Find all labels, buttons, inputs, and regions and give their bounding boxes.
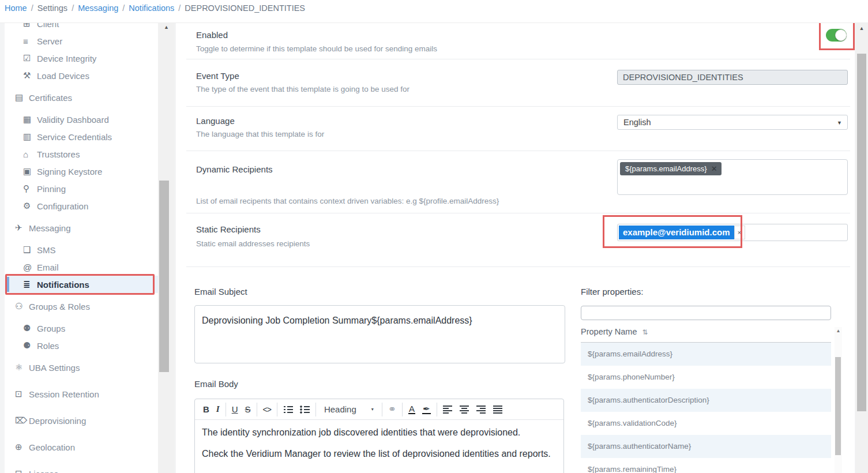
main-scrollbar[interactable]: ▲ [855,23,868,473]
sidebar-item-server[interactable]: ≡ Server [5,32,158,50]
sidebar-scrollbar-thumb[interactable] [159,181,169,372]
bullet-list-button[interactable] [300,405,310,414]
email-body-content[interactable]: The identity synchronization job discove… [195,420,563,473]
veridium-admin-page: Home / Settings / Messaging / Notificati… [0,0,868,473]
remove-chip-icon[interactable]: × [734,226,745,239]
bold-button[interactable]: B [203,404,209,414]
main-scrollbar-thumb[interactable] [857,54,866,411]
breadcrumb: Home / Settings / Messaging / Notificati… [0,0,868,23]
certificates-icon: ▤ [15,92,29,103]
sidebar-item-sms[interactable]: ❑ SMS [5,241,158,258]
sidebar-item-client[interactable]: ⊞ Client [5,23,158,32]
ordered-list-button[interactable] [283,405,293,414]
breadcrumb-link: Settings [37,3,67,13]
email-body-label: Email Body [194,379,238,389]
filter-properties-input[interactable] [581,306,831,320]
property-row[interactable]: ${params.phoneNumber} [581,366,831,389]
validity-dashboard-icon: ▦ [23,114,37,125]
email-body-paragraph: The identity synchronization job discove… [202,426,557,440]
server-icon: ≡ [23,36,37,46]
scroll-up-icon[interactable]: ▲ [855,25,868,31]
service-credentials-icon: ▥ [23,132,37,142]
dynamic-recipient-chip-text: ${params.emailAddress} [625,164,707,173]
dynamic-recipients-description: List of email recipents that contains co… [196,197,499,205]
breadcrumb-item-home: Home / [5,3,37,13]
sidebar-item-service-credentials[interactable]: ▥ Service Credentials [5,128,158,145]
messaging-icon: ✈ [15,223,29,233]
underline-button[interactable]: U [232,404,238,414]
email-subject-input[interactable]: Deprovisioning Job Completion Summary${p… [194,305,565,363]
property-row[interactable]: ${params.authenticatorName} [581,435,831,458]
sidebar-item-load-devices[interactable]: ⚒ Load Devices [5,67,158,84]
sidebar-item-notifications[interactable]: ≣ Notifications [5,276,158,293]
strikethrough-button[interactable]: S [245,404,251,414]
sidebar-item-device-integrity[interactable]: ☑ Device Integrity [5,50,158,67]
enabled-description: Toggle to determine if this template sho… [196,44,850,53]
sidebar-item-truststores[interactable]: ⌂ Truststores [5,145,158,163]
dynamic-recipients-row: Dynamic Recipients List of email recipen… [186,151,850,213]
sidebar-item-deprovisioning[interactable]: ⌦ Deprovisioning [5,412,158,429]
enabled-row: Enabled Toggle to determine if this temp… [186,23,850,59]
language-select[interactable]: English ▼ [617,115,848,130]
enabled-toggle[interactable] [826,29,847,42]
filter-properties-label: Filter properties: [581,287,643,296]
sidebar-item-email[interactable]: @ Email [5,258,158,276]
property-row[interactable]: ${params.emailAddress} [581,343,831,366]
text-color-button[interactable]: A [408,404,415,414]
breadcrumb-link[interactable]: Home [5,3,27,13]
align-justify-button[interactable] [493,405,503,414]
sidebar-item-messaging[interactable]: ✈ Messaging [5,219,158,236]
email-subject-label: Email Subject [194,287,247,296]
client-icon: ⊞ [23,23,37,29]
heading-select[interactable]: Heading ▾ [324,404,374,414]
breadcrumb-link[interactable]: Messaging [78,3,118,13]
breadcrumb-separator: / [122,3,125,13]
property-name-header-text: Property Name [581,327,637,336]
sidebar-item-pinning[interactable]: ⚲ Pinning [5,180,158,197]
scroll-up-icon[interactable]: ▲ [158,24,175,30]
sidebar-item-certificates[interactable]: ▤ Certificates [5,89,158,106]
sidebar-item-validity-dashboard[interactable]: ▦ Validity Dashboard [5,111,158,128]
sidebar-item-groups-roles[interactable]: ⚇ Groups & Roles [5,298,158,315]
sidebar-item-signing-keystore[interactable]: ▣ Signing Keystore [5,163,158,180]
italic-button[interactable]: I [216,404,220,414]
property-row[interactable]: ${params.authenticatorDescription} [581,389,831,412]
breadcrumb-separator: / [72,3,74,13]
sidebar-item-groups[interactable]: ⚉ Groups [5,320,158,337]
property-name-column-header[interactable]: Property Name ⇅ [581,327,831,343]
align-center-button[interactable] [460,405,469,414]
sidebar-item-session-retention[interactable]: ⊡ Session Retention [5,385,158,403]
fill-color-button[interactable]: ✒ [422,404,431,414]
scroll-up-icon[interactable]: ▲ [835,328,842,333]
code-view-button[interactable]: <> [263,405,271,414]
breadcrumb-item-current: DEPROVISIONED_IDENTITIES / [185,3,305,13]
remove-chip-icon[interactable]: ✕ [711,164,717,173]
sidebar-item-configuration[interactable]: ⚙ Configuration [5,197,158,215]
email-body-editor: B I U [194,399,564,473]
toolbar-divider [315,403,316,416]
sidebar-item-license[interactable]: ⊟ License [5,465,158,473]
sidebar-item-roles[interactable]: ⚈ Roles [5,337,158,354]
align-left-button[interactable] [443,405,453,414]
static-recipients-input[interactable]: example@veridiumid.com × [617,224,848,241]
sidebar-item-geolocation[interactable]: ⊕ Geolocation [5,438,158,456]
property-row[interactable]: ${params.remainingTime} [581,458,831,473]
link-button[interactable]: ⚭ [388,403,396,415]
sms-icon: ❑ [23,245,37,255]
properties-table: ${params.emailAddress}${params.phoneNumb… [581,343,831,473]
event-type-row: Event Type The type of the event that th… [186,59,850,107]
sidebar-item-uba-settings[interactable]: ⚛ UBA Settings [5,359,158,376]
dynamic-recipients-input[interactable]: ${params.emailAddress} ✕ [617,159,848,195]
static-recipient-chip-text: example@veridiumid.com [619,226,734,239]
breadcrumb-item-messaging: Messaging / [78,3,129,13]
property-row[interactable]: ${params.validationCode} [581,412,831,435]
language-selected-value: English [623,118,651,127]
breadcrumb-link[interactable]: Notifications [129,3,174,13]
uba-settings-icon: ⚛ [15,362,29,373]
sidebar-scrollbar[interactable]: ▲ [158,23,175,473]
properties-scrollbar-thumb[interactable] [835,357,841,455]
breadcrumb-separator: / [178,3,181,13]
properties-table-scrollbar[interactable]: ▲ [835,327,842,473]
toggle-knob [835,29,847,41]
align-right-button[interactable] [476,405,486,414]
